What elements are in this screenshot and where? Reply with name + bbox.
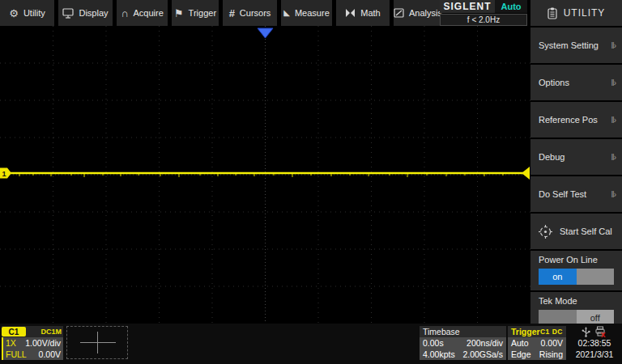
waveform-area[interactable]: 1 [0, 26, 530, 324]
utility-sidebar: UTILITY System Setting ‖› Options ‖› Ref… [530, 0, 622, 324]
trigger-coupling: DC [552, 328, 563, 336]
analysis-icon [394, 8, 404, 18]
channel1-coupling: DC1M [40, 328, 62, 336]
trigger-title: Trigger [511, 327, 540, 336]
menu-math[interactable]: Math [336, 0, 390, 26]
clipboard-icon [547, 7, 557, 19]
menu-utility[interactable]: ⚙ Utility [0, 0, 54, 26]
oscilloscope-screen: ⚙ Utility Display ∩ Acquire ⚑ Trigger # … [0, 0, 622, 364]
sidebar-item-debug[interactable]: Debug ‖› [530, 139, 622, 175]
menu-analysis[interactable]: Analysis [394, 0, 442, 26]
sidebar-item-system-setting[interactable]: System Setting ‖› [530, 28, 622, 63]
trigger-source: C1 [540, 328, 550, 336]
menu-display-label: Display [79, 8, 108, 18]
start-self-cal-label: Start Self Cal [560, 226, 612, 236]
channel1-descriptor[interactable]: C1 DC1M 1X 1.00V/div FULL 0.00V [2, 326, 63, 360]
timebase-memory: 4.00kpts [423, 349, 455, 359]
start-self-cal-button[interactable]: Start Self Cal [530, 214, 622, 249]
measure-icon: ◣ [283, 9, 290, 17]
tek-mode-label: Tek Mode [539, 296, 614, 306]
sidebar-item-label: Do Self Test [539, 189, 586, 199]
target-icon [539, 225, 552, 239]
channel1-position-marker[interactable]: 1 [0, 168, 11, 179]
power-on-line-setting: Power On Line on [530, 251, 622, 290]
menu-analysis-label: Analysis [409, 8, 442, 18]
trigger-type: Edge [511, 349, 531, 359]
monitor-icon [62, 8, 74, 19]
timebase-scale: 200ns/div [466, 338, 503, 348]
acquisition-status-badge: Auto [495, 0, 527, 13]
channel1-bandwidth: FULL [6, 349, 27, 359]
sidebar-item-label: Options [539, 78, 569, 87]
sidebar-title: UTILITY [564, 7, 606, 19]
trigger-descriptor[interactable]: Trigger C1 DC Auto 0.00V Edge Rising [508, 326, 566, 360]
menu-trigger[interactable]: ⚑ Trigger [172, 0, 219, 26]
sidebar-item-options[interactable]: Options ‖› [530, 65, 622, 100]
toggle-off-segment[interactable] [577, 269, 615, 285]
trigger-mode: Auto [511, 338, 529, 348]
flag-icon: ⚑ [174, 8, 184, 19]
toggle-on-segment[interactable]: on [539, 269, 577, 285]
menu-cursors[interactable]: # Cursors [223, 0, 277, 26]
channel1-probe: 1X [6, 338, 16, 348]
channel1-trace [5, 173, 523, 177]
menu-trigger-label: Trigger [189, 8, 216, 18]
menu-math-label: Math [360, 8, 380, 18]
sidebar-item-label: Debug [539, 152, 564, 162]
acquire-icon: ∩ [121, 8, 128, 19]
sidebar-header: UTILITY [530, 0, 622, 26]
clock-time: 02:38:55 [578, 337, 611, 349]
menu-utility-label: Utility [23, 8, 45, 18]
bottom-status-bar: C1 DC1M 1X 1.00V/div FULL 0.00V Timebase [0, 324, 622, 364]
trigger-frequency-readout: f < 2.0Hz [440, 14, 527, 26]
menu-cursors-label: Cursors [240, 8, 271, 18]
menu-measure-label: Measure [295, 8, 330, 18]
timebase-descriptor[interactable]: Timebase 0.00s 200ns/div 4.00kpts 2.00GS… [420, 326, 506, 360]
menu-measure[interactable]: ◣ Measure [281, 0, 332, 26]
trigger-level-marker[interactable] [522, 167, 530, 180]
submenu-arrow-icon: ‖› [611, 190, 616, 199]
menu-acquire[interactable]: ∩ Acquire [117, 0, 168, 26]
menu-display[interactable]: Display [58, 0, 113, 26]
status-block: SIGLENT Auto f < 2.0Hz [440, 0, 527, 26]
clock-date: 2021/3/31 [576, 349, 614, 360]
cursors-icon: # [229, 8, 235, 19]
channel1-scale: 1.00V/div [25, 338, 61, 348]
sidebar-item-label: Reference Pos [539, 115, 598, 125]
top-menu-bar: ⚙ Utility Display ∩ Acquire ⚑ Trigger # … [0, 0, 442, 26]
gear-icon: ⚙ [9, 8, 19, 19]
usb-icon [582, 326, 590, 337]
channel1-offset: 0.00V [39, 349, 61, 359]
graticule-center-axes [0, 26, 530, 324]
submenu-arrow-icon: ‖› [611, 116, 616, 125]
svg-text:1: 1 [2, 170, 6, 178]
trigger-level: 0.00V [541, 338, 563, 348]
sidebar-item-reference-pos[interactable]: Reference Pos ‖› [530, 102, 622, 138]
svg-text:x: x [601, 330, 606, 338]
timebase-sample-rate: 2.00GSa/s [462, 349, 503, 359]
channel1-badge[interactable]: C1 [2, 327, 26, 336]
plus-icon [80, 342, 116, 343]
trigger-slope: Rising [539, 349, 563, 359]
submenu-arrow-icon: ‖› [611, 41, 616, 50]
sidebar-item-do-self-test[interactable]: Do Self Test ‖› [530, 176, 622, 212]
trigger-position-marker[interactable] [258, 28, 273, 38]
power-on-line-toggle[interactable]: on [539, 269, 614, 285]
plus-icon [97, 332, 98, 353]
menu-acquire-label: Acquire [134, 8, 164, 18]
brand-logo: SIGLENT [440, 0, 495, 13]
printer-offline-icon: x [595, 326, 607, 337]
submenu-arrow-icon: ‖› [611, 153, 616, 162]
timebase-delay: 0.00s [423, 338, 444, 348]
timebase-title: Timebase [423, 327, 460, 336]
submenu-arrow-icon: ‖› [611, 78, 616, 87]
add-channel-slot[interactable] [66, 326, 128, 359]
math-icon [345, 8, 356, 18]
sidebar-item-label: System Setting [539, 40, 599, 50]
power-on-line-label: Power On Line [539, 255, 614, 265]
clock-block: x 02:38:55 2021/3/31 [569, 326, 620, 362]
